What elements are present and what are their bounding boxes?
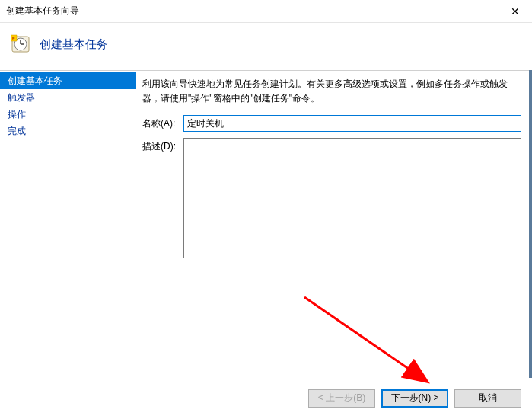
cancel-button[interactable]: 取消 — [454, 389, 521, 408]
sidebar-item-label: 触发器 — [8, 92, 35, 103]
sidebar-item-create-task[interactable]: 创建基本任务 — [0, 72, 136, 89]
sidebar-item-trigger[interactable]: 触发器 — [0, 89, 136, 106]
description-textarea[interactable] — [183, 138, 521, 258]
sidebar-item-finish[interactable]: 完成 — [0, 123, 136, 139]
name-input[interactable] — [183, 115, 521, 132]
sidebar-item-label: 完成 — [8, 126, 26, 136]
wizard-title: 创建基本任务 — [40, 37, 108, 52]
close-button[interactable]: ✕ — [498, 0, 532, 23]
wizard-footer: < 上一步(B) 下一步(N) > 取消 — [0, 379, 532, 416]
name-row: 名称(A): — [142, 115, 521, 132]
wizard-content: 利用该向导快速地为常见任务创建计划。有关更多高级选项或设置，例如多任务操作或触发… — [136, 71, 532, 379]
description-row: 描述(D): — [142, 138, 521, 258]
sidebar-item-label: 操作 — [8, 109, 26, 120]
window-title: 创建基本任务向导 — [6, 5, 79, 18]
back-button: < 上一步(B) — [308, 389, 375, 408]
instruction-text: 利用该向导快速地为常见任务创建计划。有关更多高级选项或设置，例如多任务操作或触发… — [142, 77, 521, 106]
clock-icon — [11, 34, 32, 55]
close-icon: ✕ — [511, 5, 520, 18]
description-label: 描述(D): — [142, 138, 183, 153]
wizard-sidebar: 创建基本任务 触发器 操作 完成 — [0, 71, 136, 379]
wizard-body: 创建基本任务 触发器 操作 完成 利用该向导快速地为常见任务创建计划。有关更多高… — [0, 71, 532, 379]
wizard-header: 创建基本任务 — [0, 23, 532, 70]
next-button[interactable]: 下一步(N) > — [381, 389, 448, 408]
titlebar: 创建基本任务向导 ✕ — [0, 0, 532, 23]
sidebar-item-action[interactable]: 操作 — [0, 106, 136, 123]
right-border — [529, 70, 532, 378]
sidebar-item-label: 创建基本任务 — [8, 75, 62, 86]
name-label: 名称(A): — [142, 115, 183, 130]
